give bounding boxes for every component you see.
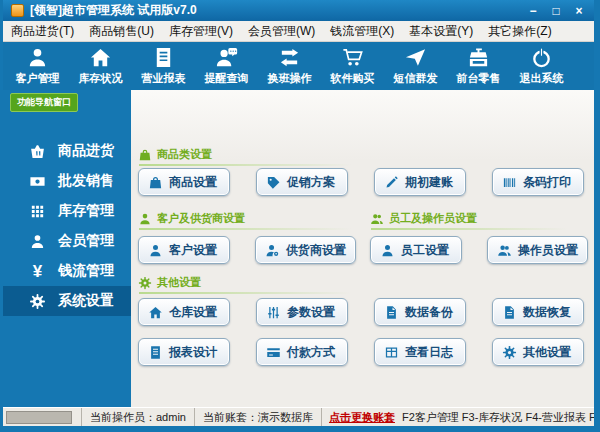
gear-icon [29, 293, 46, 310]
gear-icon [138, 276, 152, 290]
current-operator-label: 当前操作员：admin [82, 408, 195, 426]
business-report-icon [152, 46, 175, 69]
document-restore-icon [502, 305, 517, 320]
bag-gear-icon [138, 148, 152, 162]
log-window-icon [384, 345, 399, 360]
status-indicator-panel [3, 408, 82, 426]
sidebar-item-members[interactable]: 会员管理 [3, 226, 131, 256]
sidebar-item-system-settings[interactable]: 系统设置 [3, 286, 131, 316]
titlebar: [领智]超市管理系统 试用版v7.0 − □ × [3, 0, 594, 21]
person-icon [148, 243, 163, 258]
toolbar-software-purchase[interactable]: 软件购买 [321, 46, 384, 86]
sidebar-item-inventory[interactable]: 库存管理 [3, 196, 131, 226]
toolbar-shift-change[interactable]: 换班操作 [258, 46, 321, 86]
bag-gear-icon [148, 175, 163, 190]
sliders-icon [266, 305, 281, 320]
toolbar: 客户管理 库存状况 营业报表 提醒查询 换班操作 软件购买 短信群发 前台零售 [3, 42, 594, 90]
credit-card-icon [266, 345, 281, 360]
toolbar-sms-broadcast[interactable]: 短信群发 [384, 46, 447, 86]
app-window: [领智]超市管理系统 试用版v7.0 − □ × 商品进货(T) 商品销售(U)… [0, 0, 600, 432]
window-bottom-border [3, 426, 594, 432]
toolbar-reminder-query[interactable]: 提醒查询 [195, 46, 258, 86]
price-tag-icon [266, 175, 281, 190]
data-backup-button[interactable]: 数据备份 [374, 298, 466, 326]
statusbar: 当前操作员：admin 当前账套：演示数据库 点击更换账套 F2客户管理 F3-… [3, 407, 594, 426]
window-controls: − □ × [526, 4, 586, 18]
section-header-goods: 商品类设置 [138, 147, 212, 162]
nav-window-tab: 功能导航窗口 [10, 93, 78, 112]
payment-method-button[interactable]: 付款方式 [256, 338, 348, 366]
section-rule [371, 228, 567, 230]
toolbar-inventory-status[interactable]: 库存状况 [69, 46, 132, 86]
promotion-plan-button[interactable]: 促销方案 [256, 168, 348, 196]
menu-other-ops[interactable]: 其它操作(Z) [488, 23, 551, 40]
sms-send-icon [404, 46, 427, 69]
customer-settings-button[interactable]: 客户设置 [138, 236, 230, 264]
purchase-cart-icon [341, 46, 364, 69]
close-button[interactable]: × [572, 4, 586, 18]
people-icon [370, 212, 384, 226]
cash-register-icon [467, 46, 490, 69]
document-backup-icon [384, 305, 399, 320]
banknote-icon [29, 173, 46, 190]
report-design-button[interactable]: 报表设计 [138, 338, 230, 366]
inventory-house-icon [89, 46, 112, 69]
menu-inventory[interactable]: 库存管理(V) [169, 23, 233, 40]
reminder-chat-icon [215, 46, 238, 69]
body: 功能导航窗口 商品进货 批发销售 库存管理 会员管理 [3, 90, 594, 407]
menu-goods-sales[interactable]: 商品销售(U) [89, 23, 154, 40]
window-title: [领智]超市管理系统 试用版v7.0 [30, 2, 197, 19]
warehouse-settings-button[interactable]: 仓库设置 [138, 298, 230, 326]
warehouse-house-icon [148, 305, 163, 320]
yen-icon: ¥ [29, 263, 46, 280]
toolbar-business-report[interactable]: 营业报表 [132, 46, 195, 86]
parameter-settings-button[interactable]: 参数设置 [256, 298, 348, 326]
menu-basic-settings[interactable]: 基本设置(Y) [409, 23, 473, 40]
opening-accounts-button[interactable]: 期初建账 [374, 168, 466, 196]
section-rule [139, 292, 351, 294]
goods-settings-button[interactable]: 商品设置 [138, 168, 230, 196]
people-icon [497, 243, 512, 258]
supplier-settings-button[interactable]: 供货商设置 [255, 236, 356, 264]
menubar: 商品进货(T) 商品销售(U) 库存管理(V) 会员管理(W) 钱流管理(X) … [3, 21, 594, 42]
person-icon [380, 243, 395, 258]
person-gear-icon [265, 243, 280, 258]
sidebar-item-wholesale[interactable]: 批发销售 [3, 166, 131, 196]
menu-goods-purchase[interactable]: 商品进货(T) [11, 23, 74, 40]
nav-sidebar: 功能导航窗口 商品进货 批发销售 库存管理 会员管理 [3, 90, 131, 407]
data-restore-button[interactable]: 数据恢复 [492, 298, 584, 326]
section-header-customers-suppliers: 客户及供货商设置 [138, 211, 245, 226]
sidebar-item-goods-purchase[interactable]: 商品进货 [3, 136, 131, 166]
person-icon [138, 212, 152, 226]
barcode-print-button[interactable]: 条码打印 [492, 168, 584, 196]
grid-icon [29, 203, 46, 220]
minimize-button[interactable]: − [526, 4, 540, 18]
toolbar-exit-system[interactable]: 退出系统 [510, 46, 573, 86]
toolbar-customer-management[interactable]: 客户管理 [6, 46, 69, 86]
pen-document-icon [384, 175, 399, 190]
sidebar-item-cashflow[interactable]: ¥ 钱流管理 [3, 256, 131, 286]
main-content: 商品类设置 商品设置 促销方案 期初建账 条码打印 客户及供货商设置 [131, 90, 594, 407]
app-logo-icon [11, 4, 24, 17]
operator-settings-button[interactable]: 操作员设置 [487, 236, 588, 264]
report-design-icon [148, 345, 163, 360]
switch-account-link[interactable]: 点击更换账套 [329, 408, 395, 426]
other-settings-button[interactable]: 其他设置 [492, 338, 584, 366]
section-rule [139, 228, 351, 230]
menu-cashflow[interactable]: 钱流管理(X) [330, 23, 394, 40]
staff-settings-button[interactable]: 员工设置 [370, 236, 462, 264]
status-indicator-box [6, 411, 72, 424]
section-header-staff-operators: 员工及操作员设置 [370, 211, 477, 226]
basket-icon [29, 143, 46, 160]
view-log-button[interactable]: 查看日志 [374, 338, 466, 366]
gear-icon [502, 345, 517, 360]
maximize-button[interactable]: □ [549, 4, 563, 18]
shift-swap-arrows-icon [278, 46, 301, 69]
hotkey-hints: F2客户管理 F3-库存状况 F4-营业报表 F6-提醒查询 F7-换班操作 [402, 408, 594, 426]
toolbar-pos-retail[interactable]: 前台零售 [447, 46, 510, 86]
person-icon [29, 233, 46, 250]
section-rule [139, 164, 351, 166]
nav-list: 商品进货 批发销售 库存管理 会员管理 ¥ 钱流管理 [3, 90, 131, 316]
customer-person-icon [26, 46, 49, 69]
menu-members[interactable]: 会员管理(W) [248, 23, 315, 40]
